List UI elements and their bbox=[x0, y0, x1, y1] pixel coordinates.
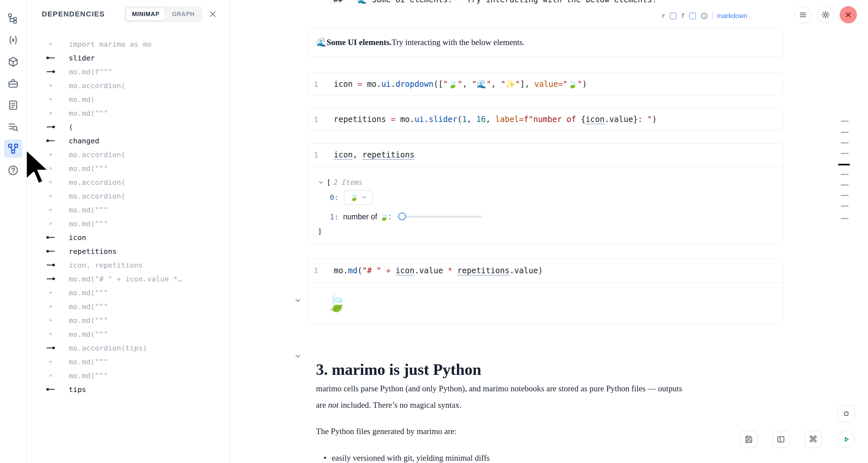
code-token: . bbox=[410, 115, 414, 124]
dependency-item[interactable]: mo.md(""" bbox=[27, 161, 229, 175]
help-icon[interactable] bbox=[4, 161, 22, 180]
code-token: mo bbox=[334, 266, 343, 275]
dependency-item[interactable]: slider bbox=[27, 51, 229, 65]
logs-icon[interactable] bbox=[4, 118, 22, 136]
dependency-item-label: tips bbox=[69, 385, 86, 394]
chevron-down-icon[interactable] bbox=[318, 180, 324, 185]
code-editor-line[interactable]: repetitions = mo.ui.slider(1, 16, label=… bbox=[334, 115, 657, 124]
dependency-item[interactable]: mo.md(""" bbox=[27, 313, 229, 327]
clipped-editor-line: ## **🌊 Some UI elements.** Try interacti… bbox=[307, 0, 783, 4]
shortcuts-button[interactable]: ⌘ bbox=[805, 431, 822, 448]
code-token: icon bbox=[334, 150, 353, 159]
dependency-item[interactable]: mo.accordion( bbox=[27, 175, 229, 189]
dot-node-icon bbox=[46, 208, 56, 212]
code-token: { bbox=[581, 115, 585, 124]
shutdown-button[interactable] bbox=[840, 6, 857, 23]
dependency-item-label: icon, repetitions bbox=[69, 261, 143, 269]
layout-button[interactable] bbox=[772, 431, 789, 448]
dependency-item[interactable]: mo.md(""" bbox=[27, 300, 229, 313]
dependency-item[interactable]: icon bbox=[27, 230, 229, 244]
scratchpad-button[interactable] bbox=[838, 405, 855, 422]
dependency-item[interactable]: mo.accordion(tips) bbox=[27, 341, 229, 355]
close-panel-button[interactable] bbox=[208, 9, 218, 19]
dot-node-icon bbox=[46, 97, 56, 101]
dependency-item-label: icon bbox=[69, 234, 86, 242]
dependency-item[interactable]: mo.md("# " + icon.value *… bbox=[27, 272, 229, 286]
minimap-line[interactable] bbox=[841, 153, 848, 154]
settings-button[interactable] bbox=[817, 6, 834, 23]
dependency-item[interactable]: mo.md(""" bbox=[27, 217, 229, 230]
minimap-line[interactable] bbox=[841, 195, 848, 196]
format-flag-checkbox[interactable] bbox=[689, 12, 696, 20]
chevron-down-icon bbox=[362, 195, 367, 200]
dependency-item[interactable]: mo.md( bbox=[27, 92, 229, 106]
dependency-graph-icon[interactable] bbox=[4, 140, 22, 158]
dependency-item[interactable]: mo.md(""" bbox=[27, 286, 229, 300]
tab-graph[interactable]: GRAPH bbox=[166, 8, 200, 21]
dependency-item[interactable]: mo.md(""" bbox=[27, 106, 229, 120]
minimap-line[interactable] bbox=[841, 121, 848, 122]
variables-icon[interactable] bbox=[4, 31, 22, 49]
dependency-item[interactable]: mo.accordion( bbox=[27, 148, 229, 161]
tree-index: 0: bbox=[330, 193, 339, 202]
snippets-icon[interactable] bbox=[4, 96, 22, 115]
code-token: f"number of bbox=[524, 115, 581, 124]
code-token: repetitions bbox=[362, 150, 414, 159]
slider-track[interactable] bbox=[397, 216, 482, 218]
dependency-item[interactable]: tips bbox=[27, 382, 229, 396]
collapse-output-chevron-icon[interactable] bbox=[294, 297, 302, 305]
cell-config-row: r f markdown bbox=[661, 10, 747, 22]
code-cell-tuple: 1 icon, repetitions [ 2 Items 0: 🍃 1: nu… bbox=[307, 143, 783, 244]
tree-row-0: 0: 🍃 bbox=[330, 190, 373, 205]
run-flag-checkbox[interactable] bbox=[670, 12, 677, 20]
slider-control[interactable] bbox=[397, 212, 482, 221]
dependency-item[interactable]: mo.accordion( bbox=[27, 189, 229, 203]
save-button[interactable] bbox=[740, 431, 757, 448]
minimap-line[interactable] bbox=[841, 174, 848, 175]
minimap-line[interactable] bbox=[841, 132, 848, 133]
info-icon[interactable] bbox=[700, 12, 708, 20]
dependency-item[interactable]: changed bbox=[27, 134, 229, 148]
line-number: 1 bbox=[307, 151, 324, 159]
code-token: = bbox=[558, 80, 563, 89]
dropdown-control[interactable]: 🍃 bbox=[344, 190, 373, 205]
dependency-item[interactable]: mo.md(""" bbox=[27, 369, 229, 382]
outline-icon[interactable] bbox=[4, 9, 22, 28]
dependency-item[interactable]: mo.md(""" bbox=[27, 355, 229, 369]
dependency-item[interactable]: mo.md(""" bbox=[27, 203, 229, 217]
code-editor-line[interactable]: mo.md("# " + icon.value * repetitions.va… bbox=[334, 266, 543, 275]
layout-icon bbox=[776, 435, 785, 444]
minimap-line[interactable] bbox=[841, 143, 848, 143]
dot-node-icon bbox=[46, 332, 56, 336]
toolbox-icon[interactable] bbox=[4, 74, 22, 93]
minimap-line[interactable] bbox=[841, 218, 848, 219]
code-token: repetitions bbox=[457, 266, 509, 275]
clipped-markdown-cell[interactable]: ## **🌊 Some UI elements.** Try interacti… bbox=[307, 0, 783, 5]
minimap-line[interactable] bbox=[841, 206, 848, 207]
tab-minimap[interactable]: MINIMAP bbox=[126, 8, 165, 21]
line-number: 1 bbox=[307, 266, 324, 275]
code-editor-line[interactable]: icon, repetitions bbox=[334, 150, 414, 159]
minimap-line[interactable] bbox=[841, 184, 848, 185]
dependency-item[interactable]: mo.md(""" bbox=[27, 327, 229, 341]
ref-node-icon bbox=[46, 263, 56, 267]
dependency-item[interactable]: mo.accordion( bbox=[27, 79, 229, 92]
save-icon bbox=[744, 435, 753, 444]
notebook-menu-button[interactable] bbox=[794, 6, 811, 23]
dependency-item[interactable]: repetitions bbox=[27, 244, 229, 258]
code-editor-line[interactable]: icon = mo.ui.dropdown(["🍃", "🌊", "✨"], v… bbox=[334, 80, 587, 89]
packages-icon[interactable] bbox=[4, 53, 22, 71]
minimap-line-active[interactable] bbox=[838, 164, 850, 165]
dependency-item-label: mo.md(""" bbox=[69, 206, 108, 214]
dependency-item-label: mo.md("# " + icon.value *… bbox=[69, 275, 182, 283]
code-token: 1 bbox=[462, 115, 467, 124]
language-label[interactable]: markdown bbox=[717, 12, 747, 20]
dependency-item-label: mo.md(""" bbox=[69, 220, 108, 228]
dependency-item[interactable]: icon, repetitions bbox=[27, 258, 229, 272]
collapse-section-chevron-icon[interactable] bbox=[294, 352, 302, 360]
dependency-item[interactable]: ( bbox=[27, 120, 229, 134]
slider-thumb[interactable] bbox=[398, 212, 406, 220]
dependency-item[interactable]: mo.md(f""" bbox=[27, 65, 229, 79]
run-button[interactable] bbox=[838, 431, 855, 448]
dependency-item[interactable]: import marimo as mo bbox=[27, 37, 229, 51]
